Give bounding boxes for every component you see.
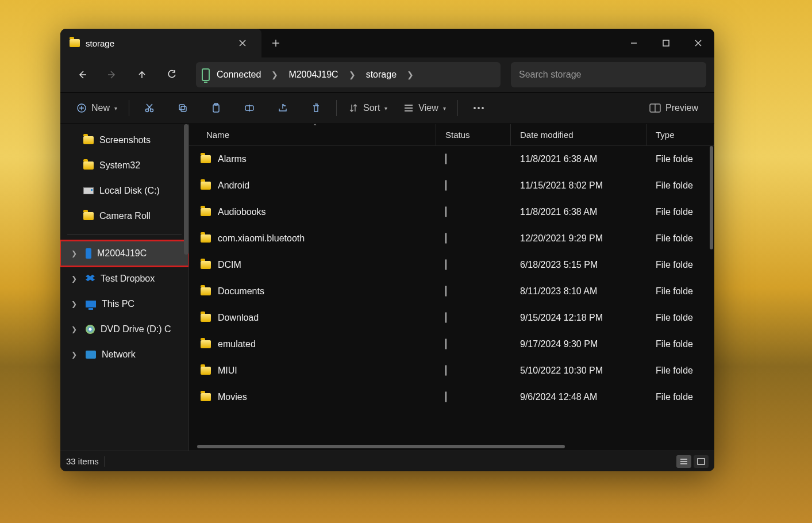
file-date: 12/20/2021 9:29 PM: [511, 233, 646, 244]
window-controls: [618, 29, 714, 57]
folder-icon: [201, 261, 211, 269]
file-type: File folde: [646, 180, 714, 191]
sidebar: Screenshots System32 Local Disk (C:) Cam…: [60, 124, 189, 451]
sidebar-item-local-disk[interactable]: Local Disk (C:): [60, 178, 188, 203]
table-row[interactable]: com.xiaomi.bluetooth12/20/2021 9:29 PMFi…: [189, 225, 714, 252]
new-tab-button[interactable]: [261, 29, 290, 57]
svg-rect-4: [179, 105, 184, 110]
folder-icon: [83, 161, 94, 170]
maximize-button[interactable]: [650, 29, 682, 57]
file-name: Alarms: [218, 154, 247, 164]
back-button[interactable]: [68, 63, 96, 86]
minimize-button[interactable]: [618, 29, 650, 57]
folder-icon: [201, 287, 211, 295]
table-row[interactable]: Movies9/6/2024 12:48 AMFile folde: [189, 384, 714, 410]
tab-close-button[interactable]: [233, 40, 252, 47]
status-icon: [445, 259, 447, 270]
breadcrumb-item-1[interactable]: M2004J19C: [285, 70, 341, 80]
sidebar-item-system32[interactable]: System32: [60, 153, 188, 178]
new-button[interactable]: New ▾: [68, 98, 125, 118]
breadcrumb[interactable]: Connected ❯ M2004J19C ❯ storage ❯: [196, 62, 501, 87]
table-row[interactable]: Documents8/11/2023 8:10 AMFile folde: [189, 278, 714, 305]
file-type: File folde: [646, 260, 714, 270]
table-row[interactable]: Audiobooks11/8/2021 6:38 AMFile folde: [189, 199, 714, 225]
file-name: Audiobooks: [218, 207, 266, 217]
table-row[interactable]: Alarms11/8/2021 6:38 AMFile folde: [189, 146, 714, 172]
folder-icon: [201, 367, 211, 375]
chevron-right-icon[interactable]: ❯: [403, 70, 417, 79]
sidebar-item-dvd[interactable]: ❯ DVD Drive (D:) C: [60, 317, 188, 342]
horizontal-scrollbar[interactable]: [197, 443, 714, 451]
status-icon: [445, 180, 447, 191]
phone-icon: [86, 248, 91, 259]
file-name: DCIM: [218, 260, 241, 270]
table-row[interactable]: MIUI5/10/2022 10:30 PMFile folde: [189, 357, 714, 384]
sidebar-item-dropbox[interactable]: ❯ Test Dropbox: [60, 266, 188, 291]
chevron-down-icon: ▾: [114, 105, 117, 111]
delete-button[interactable]: [299, 98, 333, 118]
details-view-button[interactable]: [676, 455, 691, 468]
chevron-down-icon: ▾: [443, 105, 446, 111]
sort-button[interactable]: Sort ▾: [340, 98, 395, 118]
file-date: 6/18/2023 5:15 PM: [511, 260, 646, 270]
column-header-type[interactable]: Type: [646, 124, 714, 145]
chevron-right-icon[interactable]: ❯: [68, 325, 80, 333]
up-button[interactable]: [128, 63, 156, 86]
sidebar-scrollbar[interactable]: [184, 124, 188, 255]
file-date: 9/17/2024 9:30 PM: [511, 339, 646, 349]
table-row[interactable]: emulated9/17/2024 9:30 PMFile folde: [189, 331, 714, 357]
chevron-right-icon[interactable]: ❯: [68, 300, 80, 308]
paste-button[interactable]: [199, 98, 233, 118]
folder-icon: [201, 393, 211, 401]
breadcrumb-item-2[interactable]: storage: [363, 70, 400, 80]
chevron-right-icon[interactable]: ❯: [345, 70, 359, 79]
titlebar: storage: [60, 29, 714, 57]
share-button[interactable]: [266, 98, 299, 118]
table-row[interactable]: Android11/15/2021 8:02 PMFile folde: [189, 172, 714, 199]
rename-button[interactable]: [233, 98, 266, 118]
refresh-button[interactable]: [158, 63, 186, 86]
preview-button[interactable]: Preview: [641, 98, 706, 118]
file-type: File folde: [646, 339, 714, 349]
column-header-date[interactable]: Date modified: [511, 124, 646, 145]
tab-active[interactable]: storage: [60, 29, 261, 57]
disc-icon: [86, 325, 95, 334]
breadcrumb-item-0[interactable]: Connected: [213, 70, 264, 80]
divider: [105, 456, 105, 467]
chevron-down-icon: ▾: [384, 105, 387, 111]
file-type: File folde: [646, 233, 714, 244]
svg-point-3: [151, 109, 153, 112]
close-window-button[interactable]: [682, 29, 714, 57]
sidebar-item-network[interactable]: ❯ Network: [60, 342, 188, 367]
status-bar: 33 items: [60, 451, 714, 471]
body: Screenshots System32 Local Disk (C:) Cam…: [60, 124, 714, 451]
forward-button[interactable]: [98, 63, 126, 86]
more-button[interactable]: [461, 98, 496, 118]
file-type: File folde: [646, 366, 714, 376]
table-row[interactable]: Download9/15/2024 12:18 PMFile folde: [189, 305, 714, 331]
file-name: Movies: [218, 392, 247, 402]
file-date: 9/15/2024 12:18 PM: [511, 313, 646, 323]
chevron-right-icon[interactable]: ❯: [68, 351, 80, 359]
vertical-scrollbar[interactable]: [710, 146, 713, 249]
sidebar-item-camera-roll[interactable]: Camera Roll: [60, 203, 188, 229]
sidebar-item-screenshots[interactable]: Screenshots: [60, 128, 188, 153]
rows-container: Alarms11/8/2021 6:38 AMFile foldeAndroid…: [189, 146, 714, 443]
column-header-status[interactable]: Status: [436, 124, 511, 145]
sidebar-item-device[interactable]: ❯ M2004J19C: [60, 241, 188, 266]
svg-rect-6: [213, 105, 219, 112]
device-icon: [202, 68, 210, 81]
cut-button[interactable]: [133, 98, 166, 118]
file-name: Download: [218, 313, 259, 323]
folder-icon: [83, 212, 94, 220]
table-row[interactable]: DCIM6/18/2023 5:15 PMFile folde: [189, 252, 714, 278]
search-input[interactable]: Search storage: [511, 62, 706, 87]
svg-point-2: [146, 109, 149, 112]
chevron-right-icon[interactable]: ❯: [268, 70, 282, 79]
chevron-right-icon[interactable]: ❯: [68, 249, 80, 257]
chevron-right-icon[interactable]: ❯: [68, 275, 80, 283]
view-button[interactable]: View ▾: [395, 98, 453, 118]
copy-button[interactable]: [166, 98, 199, 118]
sidebar-item-this-pc[interactable]: ❯ This PC: [60, 291, 188, 317]
thumbnails-view-button[interactable]: [694, 455, 709, 468]
